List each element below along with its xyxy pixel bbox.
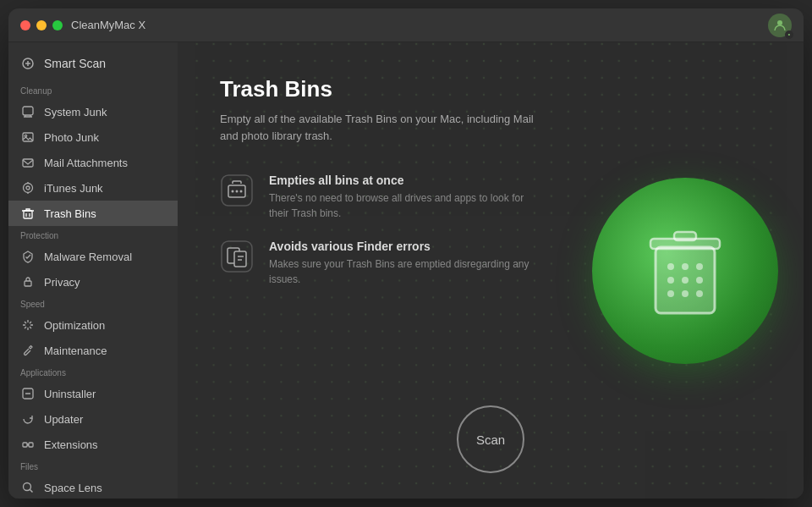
scan-button[interactable]: Scan	[457, 405, 524, 473]
smart-scan-label: Smart Scan	[44, 57, 106, 70]
svg-rect-12	[29, 443, 33, 447]
svg-rect-25	[234, 251, 246, 267]
photo-junk-label: Photo Junk	[44, 131, 99, 144]
sidebar-item-space-lens[interactable]: Space Lens	[8, 475, 178, 499]
sidebar-item-smart-scan[interactable]: Smart Scan	[8, 49, 178, 81]
svg-point-35	[667, 290, 674, 297]
page-title: Trash Bins	[220, 76, 761, 102]
smart-scan-icon	[20, 56, 36, 71]
page-description: Empty all of the available Trash Bins on…	[220, 111, 541, 144]
malware-removal-label: Malware Removal	[44, 251, 132, 263]
sidebar: Smart Scan Cleanup System Junk Photo Jun…	[8, 42, 178, 499]
content-area: Trash Bins Empty all of the available Tr…	[178, 42, 804, 499]
optimization-label: Optimization	[44, 319, 105, 332]
trash-bins-label: Trash Bins	[44, 207, 96, 220]
svg-point-21	[236, 190, 239, 193]
close-button[interactable]	[20, 20, 30, 30]
itunes-icon	[20, 180, 36, 196]
profile-icon	[773, 19, 787, 32]
maintenance-label: Maintenance	[44, 344, 107, 357]
mail-icon	[20, 155, 36, 170]
minimize-button[interactable]	[36, 20, 47, 30]
feature-1-icon	[220, 174, 254, 207]
uninstaller-icon	[20, 386, 36, 401]
trash-bins-icon	[20, 206, 36, 221]
svg-point-13	[24, 483, 31, 491]
section-cleanup-label: Cleanup	[8, 81, 178, 99]
svg-point-31	[696, 263, 703, 270]
svg-point-20	[232, 190, 234, 193]
svg-rect-11	[23, 443, 27, 447]
titlebar-right	[768, 14, 792, 37]
sidebar-item-updater[interactable]: Updater	[8, 406, 178, 432]
svg-point-34	[696, 277, 703, 284]
updater-label: Updater	[44, 413, 83, 426]
sidebar-item-itunes-junk[interactable]: iTunes Junk	[8, 175, 178, 201]
trash-icon-large	[639, 220, 732, 322]
feature-2-icon	[220, 240, 254, 273]
feature-1-text: Empties all bins at once There's no need…	[269, 174, 531, 221]
system-junk-label: System Junk	[44, 106, 107, 118]
maintenance-icon	[20, 343, 36, 358]
mail-attachments-label: Mail Attachments	[44, 157, 128, 169]
svg-point-29	[667, 263, 674, 270]
sidebar-item-mail-attachments[interactable]: Mail Attachments	[8, 150, 178, 175]
svg-point-22	[240, 190, 243, 193]
space-lens-icon	[20, 480, 36, 495]
maximize-button[interactable]	[52, 20, 63, 30]
scan-button-area: Scan	[457, 405, 524, 473]
svg-point-37	[696, 290, 703, 297]
sidebar-item-malware-removal[interactable]: Malware Removal	[8, 244, 178, 269]
optimization-icon	[20, 317, 36, 333]
svg-rect-2	[23, 107, 33, 115]
privacy-icon	[20, 274, 36, 289]
svg-rect-28	[674, 232, 696, 240]
sidebar-item-maintenance[interactable]: Maintenance	[8, 338, 178, 363]
sidebar-item-uninstaller[interactable]: Uninstaller	[8, 381, 178, 406]
feature-2-title: Avoids various Finder errors	[269, 240, 531, 253]
green-circle-bg	[592, 178, 778, 364]
trash-illustration	[592, 178, 778, 364]
svg-point-30	[682, 263, 689, 270]
feature-2-text: Avoids various Finder errors Makes sure …	[269, 240, 531, 287]
sidebar-item-system-junk[interactable]: System Junk	[8, 99, 178, 124]
section-files-label: Files	[8, 457, 178, 475]
feature-1-title: Empties all bins at once	[269, 174, 531, 187]
photo-junk-icon	[20, 130, 36, 145]
section-speed-label: Speed	[8, 295, 178, 312]
traffic-lights	[20, 20, 63, 30]
uninstaller-label: Uninstaller	[44, 388, 96, 400]
svg-point-7	[26, 186, 30, 190]
app-window: CleanMyMac X Smart Scan	[8, 8, 804, 499]
svg-rect-9	[25, 281, 31, 286]
svg-point-0	[777, 20, 782, 25]
sidebar-item-photo-junk[interactable]: Photo Junk	[8, 124, 178, 150]
sidebar-item-trash-bins[interactable]: Trash Bins	[8, 201, 178, 226]
svg-point-33	[682, 277, 689, 284]
app-title: CleanMyMac X	[71, 19, 145, 31]
feature-2-desc: Makes sure your Trash Bins are emptied d…	[269, 256, 531, 287]
section-protection-label: Protection	[8, 226, 178, 244]
extensions-label: Extensions	[44, 438, 98, 451]
main-layout: Smart Scan Cleanup System Junk Photo Jun…	[8, 42, 804, 499]
svg-rect-5	[23, 159, 33, 167]
feature-1-desc: There's no need to browse all drives and…	[269, 190, 531, 221]
system-junk-icon	[20, 104, 36, 119]
section-applications-label: Applications	[8, 363, 178, 381]
space-lens-label: Space Lens	[44, 482, 102, 494]
profile-button[interactable]	[768, 14, 792, 37]
sidebar-item-privacy[interactable]: Privacy	[8, 269, 178, 295]
titlebar: CleanMyMac X	[8, 8, 804, 42]
privacy-label: Privacy	[44, 276, 80, 289]
svg-point-6	[24, 184, 33, 193]
sidebar-item-optimization[interactable]: Optimization	[8, 312, 178, 338]
svg-rect-8	[24, 211, 32, 218]
svg-point-32	[667, 277, 674, 284]
itunes-junk-label: iTunes Junk	[44, 182, 103, 195]
updater-icon	[20, 411, 36, 427]
sidebar-item-extensions[interactable]: Extensions	[8, 432, 178, 457]
extensions-icon	[20, 437, 36, 452]
svg-point-36	[682, 290, 689, 297]
malware-icon	[20, 249, 36, 264]
